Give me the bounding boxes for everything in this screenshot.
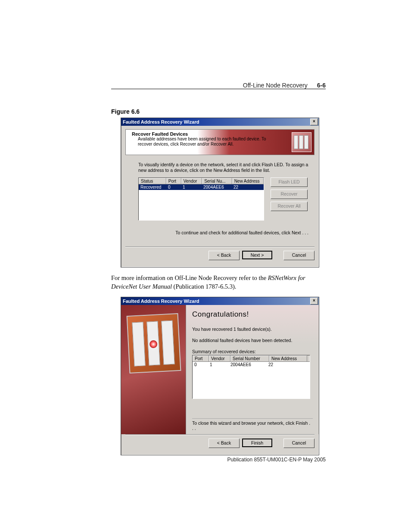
close-icon[interactable]: × <box>310 118 318 125</box>
wizard-dialog-recover: Faulted Address Recovery Wizard × Recove… <box>121 118 319 268</box>
flash-led-button[interactable]: Flash LED <box>271 177 308 187</box>
body-paragraph: For more information on Off-Line Node Re… <box>111 274 326 291</box>
close-icon[interactable]: × <box>310 298 318 305</box>
col-newaddr[interactable]: New Address <box>232 178 264 184</box>
continue-note: To continue and check for additional fau… <box>175 230 308 235</box>
device-list[interactable]: Status Port Vendor Serial Nu... New Addr… <box>138 177 264 221</box>
col-port[interactable]: Port <box>166 178 181 184</box>
congrats-heading: Congratulations! <box>192 310 313 319</box>
banner-icon <box>292 132 311 152</box>
back-button[interactable]: < Back <box>209 251 240 260</box>
title-bar: Faulted Address Recovery Wizard × <box>121 297 319 305</box>
wizard-content: Congratulations! You have recovered 1 fa… <box>186 305 319 434</box>
nav-buttons: < Back Finish Cancel <box>121 435 319 455</box>
col-port[interactable]: Port <box>193 355 209 361</box>
wizard-dialog-congrats: Faulted Address Recovery Wizard × Congra… <box>121 297 319 455</box>
col-serial[interactable]: Serial Number <box>230 355 269 361</box>
col-vendor[interactable]: Vendor <box>181 178 202 184</box>
window-title: Faulted Address Recovery Wizard <box>123 119 310 124</box>
finish-button[interactable]: Finish <box>242 439 272 447</box>
recover-all-button[interactable]: Recover All <box>271 202 308 211</box>
instruction-text: To visually identify a device on the net… <box>138 162 308 173</box>
result-line-2: No additional faulted devices have been … <box>192 338 313 343</box>
recover-button[interactable]: Recover <box>271 190 308 199</box>
col-vendor[interactable]: Vendor <box>209 355 230 361</box>
table-row[interactable]: 0 1 2004AEE6 22 <box>193 362 310 367</box>
side-buttons: Flash LED Recover Recover All <box>271 177 307 214</box>
banner-title: Recover Faulted Devices <box>132 131 270 137</box>
table-row[interactable]: Recovered 0 1 2004AEE6 22 <box>139 184 264 190</box>
document-page: Off-Line Node Recovery 6-6 Figure 6.6 Fa… <box>111 82 326 455</box>
cancel-button[interactable]: Cancel <box>283 251 314 260</box>
col-status[interactable]: Status <box>139 178 166 184</box>
col-serial[interactable]: Serial Nu... <box>202 178 232 184</box>
figure-label: Figure 6.6 <box>111 108 326 115</box>
result-line-1: You have recovered 1 faulted device(s). <box>192 327 313 332</box>
back-button[interactable]: < Back <box>209 439 240 448</box>
wizard-body: To visually identify a device on the net… <box>125 159 314 242</box>
nav-buttons: < Back Next > Cancel <box>121 247 319 267</box>
publication-footer: Publication 855T-UM001C-EN-P May 2005 <box>227 457 326 463</box>
wizard-banner: Recover Faulted Devices Available addres… <box>125 129 314 155</box>
list-header: Status Port Vendor Serial Nu... New Addr… <box>139 178 264 184</box>
next-button[interactable]: Next > <box>242 251 272 259</box>
col-newaddr[interactable]: New Address <box>269 355 307 361</box>
list-header: Port Vendor Serial Number New Address <box>193 355 310 362</box>
header-rule <box>111 89 326 89</box>
header-title: Off-Line Node Recovery <box>243 82 308 89</box>
page-header: Off-Line Node Recovery 6-6 <box>111 82 326 89</box>
close-note: To close this wizard and browse your net… <box>192 418 313 431</box>
cancel-button[interactable]: Cancel <box>283 439 314 448</box>
wizard-graphic <box>121 305 186 434</box>
title-bar: Faulted Address Recovery Wizard × <box>121 118 319 126</box>
header-page-number: 6-6 <box>317 82 326 89</box>
summary-table[interactable]: Port Vendor Serial Number New Address 0 … <box>192 355 310 399</box>
banner-body: Available addresses have been assigned t… <box>138 137 270 147</box>
summary-label: Summary of recovered devices: <box>192 349 313 354</box>
wizard-body: Congratulations! You have recovered 1 fa… <box>121 305 319 434</box>
window-title: Faulted Address Recovery Wizard <box>123 299 310 304</box>
